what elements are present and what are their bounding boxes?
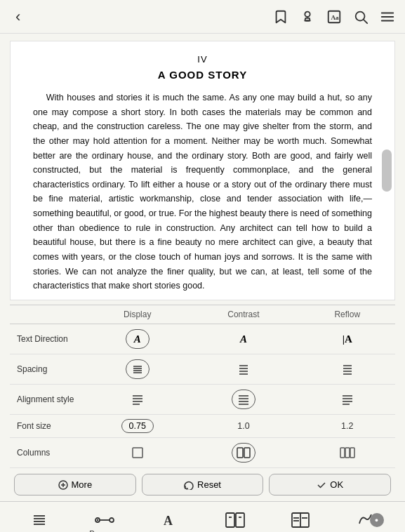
alignment-display[interactable] [87, 385, 187, 415]
svg-rect-33 [133, 448, 142, 458]
text-direction-reflow[interactable]: |A [299, 324, 395, 354]
columns-row: Columns [10, 438, 395, 468]
alignment-row: Alignment style [10, 385, 395, 415]
font-size-12-value[interactable]: 1.2 [341, 421, 353, 431]
svg-line-5 [364, 20, 367, 23]
back-button[interactable]: ‹ [10, 5, 26, 29]
progress-icon [95, 514, 114, 526]
menu-icon[interactable] [380, 9, 395, 25]
svg-rect-34 [237, 448, 243, 458]
columns-single-icon[interactable] [128, 443, 147, 463]
bookmark-icon[interactable] [273, 9, 288, 25]
font-size-label: Font size [10, 415, 87, 438]
alignment-display-icon[interactable] [128, 390, 147, 409]
col-header-label [10, 305, 87, 324]
columns-triple[interactable] [299, 438, 395, 468]
reading-area: IV A GOOD STORY With houses and stories … [10, 41, 395, 300]
col-header-contrast: Contrast [187, 305, 299, 324]
svg-rect-52 [236, 513, 244, 527]
text-direction-label: Text Direction [10, 324, 87, 354]
text-direction-reflow-icon[interactable]: |A [338, 329, 357, 349]
columns-triple-icon[interactable] [338, 443, 357, 463]
nav-scribble[interactable]: ● Scribble [333, 502, 398, 532]
font-size-075[interactable]: 0.75 [87, 415, 187, 438]
text-direction-display-icon[interactable]: A [126, 329, 150, 349]
nav-navigation[interactable]: Navigation [202, 502, 267, 532]
spacing-display-icon[interactable] [126, 359, 150, 379]
svg-point-0 [305, 11, 310, 16]
spacing-display[interactable] [87, 354, 187, 385]
nav-format[interactable]: A Format [138, 502, 203, 532]
font-size-10[interactable]: 1.0 [187, 415, 299, 438]
alignment-contrast[interactable] [187, 385, 299, 415]
svg-text:Aa: Aa [331, 13, 339, 20]
text-direction-contrast[interactable]: A [187, 324, 299, 354]
columns-single[interactable] [87, 438, 187, 468]
spacing-row: Spacing [10, 354, 395, 385]
format-header-row: Display Contrast Reflow [10, 305, 395, 324]
nav-splitview[interactable]: Split View [267, 502, 333, 532]
alignment-contrast-icon[interactable] [232, 390, 255, 409]
format-table: Display Contrast Reflow Text Direction A… [10, 305, 395, 468]
top-bar: ‹ Aa [0, 0, 405, 34]
font-size-row: Font size 0.75 1.0 1.2 [10, 415, 395, 438]
spacing-label: Spacing [10, 354, 87, 385]
chapter-number: IV [33, 54, 372, 65]
font-size-10-value[interactable]: 1.0 [237, 421, 249, 431]
columns-double-selected[interactable] [187, 438, 299, 468]
reset-button[interactable]: Reset [142, 474, 264, 496]
action-buttons: More Reset OK [10, 468, 395, 501]
spacing-contrast[interactable] [187, 354, 299, 385]
col-header-display: Display [87, 305, 187, 324]
svg-rect-36 [340, 448, 345, 458]
scroll-indicator[interactable] [382, 149, 392, 192]
scribble-dot: ● [370, 513, 384, 527]
lightbulb-icon[interactable] [300, 9, 315, 25]
svg-rect-35 [244, 448, 250, 458]
svg-rect-51 [226, 513, 234, 527]
bottom-nav: TOC Progress A Format Navigation [0, 501, 405, 532]
svg-text:A: A [164, 514, 173, 528]
text-direction-contrast-icon[interactable]: A [234, 329, 253, 349]
spacing-reflow-icon[interactable] [338, 359, 357, 379]
spacing-contrast-icon[interactable] [234, 359, 253, 379]
ok-button[interactable]: OK [269, 474, 391, 496]
col-header-reflow: Reflow [299, 305, 395, 324]
text-direction-display[interactable]: A [87, 324, 187, 354]
navigation-icon [225, 512, 245, 528]
progress-label: Progress [89, 529, 120, 533]
columns-double-selected-icon[interactable] [232, 443, 255, 463]
svg-rect-37 [345, 448, 350, 458]
spacing-reflow[interactable] [299, 354, 395, 385]
format-icon: A [161, 512, 178, 528]
search-icon[interactable] [353, 9, 369, 25]
svg-point-47 [97, 519, 98, 520]
font-size-12[interactable]: 1.2 [299, 415, 395, 438]
text-icon[interactable]: Aa [326, 9, 342, 25]
alignment-reflow[interactable] [299, 385, 395, 415]
alignment-reflow-icon[interactable] [338, 390, 357, 409]
nav-toc[interactable]: TOC [7, 502, 72, 532]
chapter-title: A GOOD STORY [33, 69, 372, 81]
more-button[interactable]: More [14, 474, 136, 496]
font-size-075-value[interactable]: 0.75 [121, 419, 154, 433]
format-panel: Display Contrast Reflow Text Direction A… [10, 305, 395, 501]
alignment-label: Alignment style [10, 385, 87, 415]
columns-label: Columns [10, 438, 87, 468]
body-text: With houses and stories it is much the s… [33, 91, 372, 293]
splitview-icon [291, 512, 310, 528]
svg-rect-38 [350, 448, 354, 458]
svg-point-49 [109, 518, 114, 522]
text-direction-row: Text Direction A A |A [10, 324, 395, 354]
toc-icon [31, 512, 48, 528]
nav-progress[interactable]: Progress [72, 502, 138, 532]
